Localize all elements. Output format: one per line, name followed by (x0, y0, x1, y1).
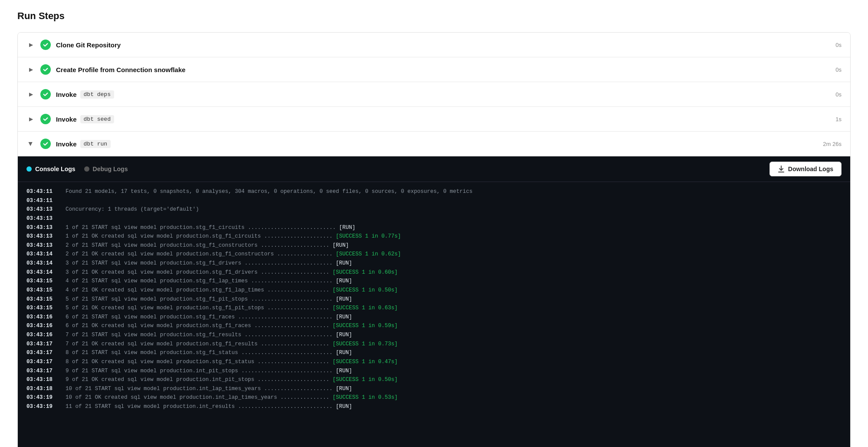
step-success-icon-4 (40, 114, 51, 124)
page-container: Run Steps ▶ Clone Git Repository 0s ▶ Cr… (0, 0, 868, 447)
download-logs-label: Download Logs (788, 166, 833, 172)
step-duration-5: 2m 26s (823, 141, 842, 147)
download-logs-button[interactable]: Download Logs (769, 162, 842, 176)
step-chevron-5[interactable]: ▶ (26, 139, 35, 148)
step-duration-2: 0s (835, 66, 842, 73)
step-chevron-4[interactable]: ▶ (26, 115, 35, 123)
log-line: 03:43:15 5 of 21 OK created sql view mod… (26, 304, 842, 313)
log-line: 03:43:13 1 of 21 OK created sql view mod… (26, 232, 842, 241)
log-line: 03:43:18 9 of 21 OK created sql view mod… (26, 375, 842, 384)
step-code-badge-3: dbt deps (80, 90, 114, 99)
step-row-5: ▶ Invoke dbt run 2m 26s (18, 132, 850, 156)
step-code-badge-5: dbt run (80, 140, 111, 148)
step-success-icon-1 (40, 40, 51, 50)
console-toolbar: Console Logs Debug Logs Download Logs (18, 156, 850, 182)
step-chevron-1[interactable]: ▶ (26, 40, 35, 49)
console-logs-tab-dot (26, 166, 32, 172)
log-line: 03:43:13 Concurrency: 1 threads (target=… (26, 205, 842, 214)
step-chevron-2[interactable]: ▶ (26, 65, 35, 74)
console-logs-tab[interactable]: Console Logs (26, 166, 76, 172)
log-line: 03:43:17 8 of 21 OK created sql view mod… (26, 358, 842, 367)
log-line: 03:43:19 11 of 21 START sql view model p… (26, 402, 842, 411)
log-line: 03:43:13 1 of 21 START sql view model pr… (26, 223, 842, 232)
step-duration-4: 1s (835, 116, 842, 123)
log-line: 03:43:15 4 of 21 START sql view model pr… (26, 277, 842, 286)
log-line: 03:43:11 Found 21 models, 17 tests, 0 sn… (26, 187, 842, 196)
log-line: 03:43:17 8 of 21 START sql view model pr… (26, 348, 842, 358)
step-success-icon-3 (40, 89, 51, 99)
debug-logs-tab[interactable]: Debug Logs (84, 166, 128, 172)
step-success-icon-2 (40, 64, 51, 75)
step-row-1: ▶ Clone Git Repository 0s (18, 33, 850, 57)
step-row-3: ▶ Invoke dbt deps 0s (18, 82, 850, 107)
console-logs-tab-label: Console Logs (35, 166, 76, 172)
log-line: 03:43:15 4 of 21 OK created sql view mod… (26, 286, 842, 295)
log-line: 03:43:17 7 of 21 OK created sql view mod… (26, 340, 842, 349)
console-panel: Console Logs Debug Logs Download Logs 03… (18, 156, 850, 447)
log-line: 03:43:16 6 of 21 START sql view model pr… (26, 313, 842, 322)
step-success-icon-5 (40, 139, 51, 149)
console-output[interactable]: 03:43:11 Found 21 models, 17 tests, 0 sn… (18, 182, 850, 447)
step-duration-3: 0s (835, 91, 842, 98)
steps-container: ▶ Clone Git Repository 0s ▶ Create Profi… (17, 32, 851, 447)
log-line: 03:43:18 10 of 21 START sql view model p… (26, 384, 842, 394)
log-line: 03:43:11 (26, 196, 842, 205)
step-code-badge-4: dbt seed (80, 115, 114, 123)
log-line: 03:43:14 2 of 21 OK created sql view mod… (26, 250, 842, 259)
log-line: 03:43:16 7 of 21 START sql view model pr… (26, 331, 842, 340)
step-label-3: Invoke dbt deps (56, 90, 835, 99)
step-row-2: ▶ Create Profile from Connection snowfla… (18, 57, 850, 82)
step-chevron-3[interactable]: ▶ (26, 90, 35, 99)
debug-logs-tab-dot (84, 166, 89, 172)
step-duration-1: 0s (835, 42, 842, 48)
log-line: 03:43:14 3 of 21 OK created sql view mod… (26, 268, 842, 277)
debug-logs-tab-label: Debug Logs (93, 166, 128, 172)
log-line: 03:43:15 5 of 21 START sql view model pr… (26, 295, 842, 304)
log-line: 03:43:16 6 of 21 OK created sql view mod… (26, 321, 842, 331)
log-line: 03:43:14 3 of 21 START sql view model pr… (26, 259, 842, 268)
log-line: 03:43:13 2 of 21 START sql view model pr… (26, 241, 842, 250)
step-label-5: Invoke dbt run (56, 140, 823, 148)
log-line: 03:43:13 (26, 214, 842, 223)
step-row-4: ▶ Invoke dbt seed 1s (18, 107, 850, 132)
log-line: 03:43:19 10 of 21 OK created sql view mo… (26, 393, 842, 402)
page-title: Run Steps (17, 10, 851, 22)
log-line: 03:43:17 9 of 21 START sql view model pr… (26, 367, 842, 376)
download-icon (778, 166, 785, 172)
step-label-2: Create Profile from Connection snowflake (56, 66, 835, 73)
step-label-4: Invoke dbt seed (56, 115, 835, 123)
step-label-1: Clone Git Repository (56, 41, 835, 49)
